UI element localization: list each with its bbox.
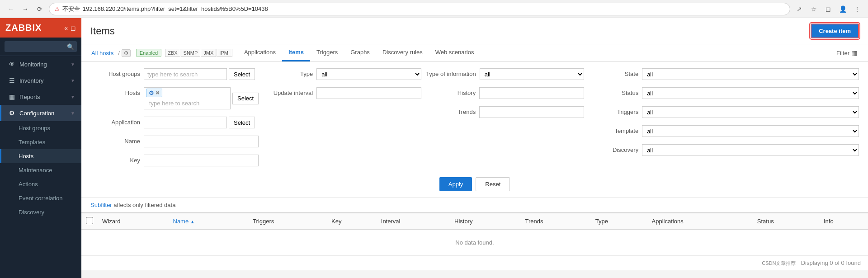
table-footer: CSDN文章推荐 Displaying 0 of 0 found [81,255,868,270]
hosts-select-btn[interactable]: Select [232,93,259,104]
menu-btn[interactable]: ⋮ [852,4,863,14]
trends-header: Trends [521,213,591,230]
update-interval-row: Update interval [263,87,421,99]
discovery-select[interactable]: all [642,144,859,156]
trends-label: Trends [426,106,476,115]
sidebar-item-hosts[interactable]: Hosts [0,149,81,163]
security-label: 不安全 [62,5,80,13]
type-of-information-select[interactable]: all [480,68,584,80]
interval-header: Interval [377,213,450,230]
sidebar-item-discovery[interactable]: Discovery [0,205,81,219]
apply-button[interactable]: Apply [439,177,472,191]
state-select[interactable]: all [642,68,859,80]
tab-triggers[interactable]: Triggers [310,44,344,61]
update-interval-input[interactable] [316,87,421,99]
host-groups-label: Host groups [19,125,50,132]
status-select[interactable]: all [642,87,859,99]
sidebar-item-reports[interactable]: ▦ Reports ▼ [0,89,81,105]
create-item-button[interactable]: Create item [811,24,859,38]
table-header-row: Wizard Name ▲ Triggers Key [81,213,868,230]
subfilter-text: Subfilter [90,202,112,208]
application-select-btn[interactable]: Select [229,117,255,128]
share-btn[interactable]: ↗ [794,4,805,14]
key-header: Key [327,213,377,230]
type-label: Type [263,68,313,77]
application-input[interactable] [144,117,227,128]
reports-icon: ▦ [8,93,16,100]
name-header[interactable]: Name ▲ [169,213,249,230]
hosts-row: Hosts ⚙ ✖ [90,87,259,109]
hosts-label: Hosts [90,87,140,96]
tab-discovery-rules[interactable]: Discovery rules [376,44,429,61]
host-groups-control: Select [144,68,259,80]
host-tag-remove[interactable]: ✖ [156,90,160,96]
host-groups-select-btn[interactable]: Select [229,68,255,80]
sidebar-item-event-correlation[interactable]: Event correlation [0,191,81,205]
tab-web-scenarios[interactable]: Web scenarios [429,44,481,61]
state-control: all [642,68,859,80]
name-row: Name [90,136,259,147]
forward-btn[interactable]: → [20,4,31,14]
breadcrumb-all-hosts[interactable]: All hosts [89,45,116,61]
sidebar-item-inventory[interactable]: ☰ Inventory ▼ [0,72,81,89]
tab-items[interactable]: Items [282,44,310,61]
trends-input[interactable] [479,106,584,118]
type-control: all [316,68,421,80]
info-header: Info [819,213,868,230]
sidebar-nav: 👁 Monitoring ▼ ☰ Inventory ▼ ▦ Reports ▼… [0,56,81,278]
configuration-icon: ⚙ [8,109,16,117]
sidebar-search-input[interactable] [5,41,77,52]
host-groups-input[interactable] [144,68,227,80]
application-row: Application Select [90,117,259,128]
filter-label: Filter [836,50,849,57]
triggers-row: Triggers all [589,106,859,118]
name-input[interactable] [144,136,259,147]
select-all-checkbox[interactable] [86,217,93,224]
tab-applications[interactable]: Applications [238,44,282,61]
profile-btn[interactable]: 👤 [837,4,848,14]
back-btn[interactable]: ← [5,4,16,14]
security-icon: ⚠ [55,6,60,12]
sidebar-item-host-groups[interactable]: Host groups [0,121,81,135]
triggers-select[interactable]: all [642,106,859,118]
template-select[interactable]: all [642,125,859,137]
key-label: Key [90,155,140,164]
window-btn[interactable]: ◻ [823,4,834,14]
sidebar-item-templates[interactable]: Templates [0,135,81,149]
monitoring-arrow-icon: ▼ [71,62,75,67]
wizard-header: Wizard [98,213,169,230]
triggers-control: all [642,106,859,118]
sidebar-item-maintenance[interactable]: Maintenance [0,163,81,177]
host-config-icon[interactable]: ⚙ [122,49,131,57]
history-input[interactable] [479,87,584,99]
filter-columns: Host groups Select Hosts [90,68,859,170]
hosts-input[interactable] [146,98,228,108]
type-header: Type [591,213,647,230]
history-row: History [426,87,584,99]
sidebar-item-actions[interactable]: Actions [0,177,81,191]
key-input[interactable] [144,155,259,166]
expand-icon[interactable]: ◻ [71,24,76,32]
application-label: Application [90,117,140,126]
hosts-control: ⚙ ✖ Select [144,87,259,109]
sidebar-item-configuration[interactable]: ⚙ Configuration ▼ [0,105,81,121]
status-control: all [642,87,859,99]
breadcrumb: All hosts / ⚙ [89,45,131,61]
sidebar-item-monitoring[interactable]: 👁 Monitoring ▼ [0,56,81,72]
reset-button[interactable]: Reset [476,177,510,191]
type-select[interactable]: all [316,68,421,80]
filter-toggle-button[interactable]: Filter ▦ [833,47,861,58]
collapse-icon[interactable]: « [64,24,68,32]
type-of-information-control: all [480,68,584,80]
filter-icon: ▦ [851,49,857,57]
bookmark-btn[interactable]: ☆ [808,4,819,14]
tab-graphs[interactable]: Graphs [344,44,376,61]
filter-col-1: Host groups Select Hosts [90,68,259,170]
protocol-zbx: ZBX [165,49,180,57]
refresh-btn[interactable]: ⟳ [34,4,45,14]
address-bar[interactable]: ⚠ 不安全 192.168.220.20/items.php?filter_se… [49,3,790,15]
sidebar-search-container: 🔍 [0,38,81,56]
tab-bar: All hosts / ⚙ Enabled ZBX SNMP JMX IPMI … [81,44,868,62]
maintenance-label: Maintenance [19,167,52,174]
sidebar-item-label: Configuration [19,110,67,117]
